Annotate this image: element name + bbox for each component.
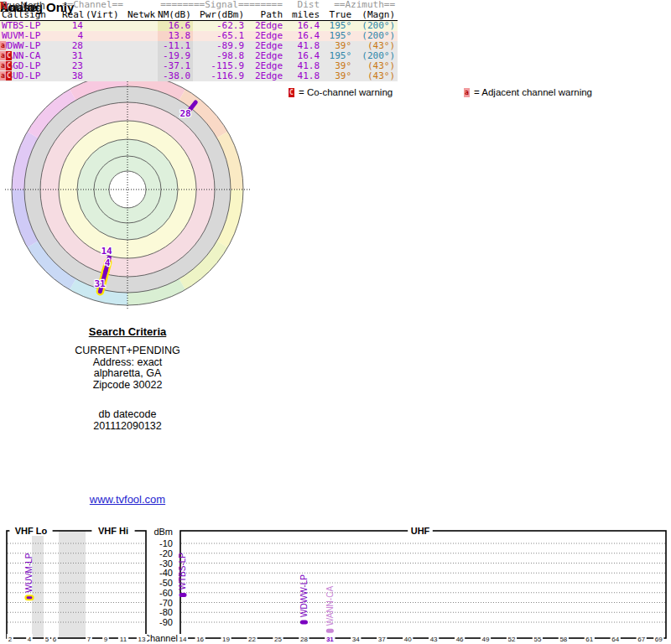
co-channel-warning-icon: C	[6, 71, 12, 80]
channel-tick-label: 37	[378, 636, 386, 643]
col-real: Real	[62, 10, 86, 21]
radar-channel-label-31: 31	[94, 278, 106, 289]
channel-tick-label: 34	[352, 636, 360, 643]
warning-icons-WANN-CA: aC	[0, 51, 12, 60]
channel-tick-label: 5	[45, 636, 49, 643]
search-city-state: alpharetta, GA	[0, 368, 255, 380]
channel-tick-label: 25	[274, 636, 282, 643]
dbm-tick-label: -20	[159, 548, 173, 558]
station-WTBS-LP: WTBS-LP	[179, 553, 188, 597]
channel-tick-label: 7	[87, 636, 91, 643]
dbm-tick-label: -60	[159, 588, 173, 598]
dbm-tick-label: -10	[159, 538, 173, 548]
cell-pwr: -116.9	[193, 71, 247, 81]
channel-tick-label: 28	[300, 636, 308, 643]
cell-netwk	[121, 51, 158, 61]
signal-spectrum-chart: VHF LoVHF HiUHFdBm-10-20-30-40-50-60-70-…	[0, 518, 671, 644]
table-column-header-row: Callsign Real (Virt) Netwk NM(dB) Pwr(dB…	[0, 10, 398, 21]
channel-tick-label: 61	[585, 636, 593, 643]
station-signal-marker	[179, 593, 187, 597]
radar-channel-label-4: 4	[105, 257, 111, 268]
cell-virt	[86, 21, 121, 32]
search-criteria-heading: Search Criteria	[0, 325, 255, 338]
channel-tick-label: 40	[404, 636, 412, 643]
dbm-tick-label: -40	[159, 568, 173, 578]
channel-tick-label: 69	[655, 636, 663, 643]
channel-tick-label: 52	[508, 636, 516, 643]
adjacent-channel-warning-icon: a	[0, 41, 6, 50]
spectrum-gray-band	[59, 531, 86, 638]
legend-adjacent-channel-text: = Adjacent channel warning	[474, 87, 592, 97]
channel-tick-label: 46	[456, 636, 464, 643]
channel-tick-label: 43	[430, 636, 438, 643]
station-WDWW-LP: WDWW-LP	[299, 574, 309, 625]
warning-icons-WBUD-LP: aC	[0, 71, 12, 80]
station-callsign-label: WUVM-LP	[25, 553, 34, 593]
station-signal-marker	[26, 595, 34, 600]
cell-nm: -38.0	[158, 71, 193, 81]
azimuth-radar-chart: 2814431	[0, 65, 255, 310]
cell-netwk	[121, 21, 158, 32]
cell-miles: 41.8	[285, 71, 322, 81]
station-callsign-label: WDWW-LP	[299, 574, 309, 617]
adjacent-channel-warning-icon: a	[0, 61, 6, 70]
search-zipcode: Zipcode 30022	[0, 380, 255, 392]
cell-netwk	[121, 61, 158, 71]
channel-tick-label: 67	[637, 636, 645, 643]
station-WUVM-LP: WUVM-LP	[25, 553, 34, 600]
cell-virt	[86, 41, 121, 51]
legend-co-channel-text: = Co-channel warning	[299, 87, 393, 97]
dbm-axis-label: dBm	[153, 527, 173, 537]
dbm-tick-label: -90	[159, 617, 173, 627]
warning-icons-WDWW-LP: a	[0, 41, 6, 50]
tvfool-link[interactable]: www.tvfool.com	[0, 493, 255, 506]
col-path: Path	[247, 10, 285, 21]
channel-tick-label: 64	[611, 636, 619, 643]
dbm-tick-label: -30	[159, 558, 173, 569]
channel-tick-label: 49	[482, 636, 490, 643]
co-channel-warning-icon: C	[6, 51, 12, 60]
col-pwr: Pwr(dBm)	[193, 10, 247, 21]
cell-netwk	[121, 31, 158, 41]
channel-tick-label: 14	[179, 636, 187, 643]
station-table: ==Channel== ========Signal======== Dist …	[0, 0, 398, 81]
channel-tick-label: 31	[326, 636, 334, 643]
radar-channel-label-14: 14	[101, 246, 112, 257]
col-virt: (Virt)	[86, 10, 121, 21]
cell-path: 2Edge	[247, 71, 285, 81]
cell-virt	[86, 71, 121, 81]
channel-tick-label: 11	[120, 636, 127, 643]
co-channel-warning-icon: C	[6, 61, 12, 70]
warning-icons-WGGD-LP: aC	[0, 61, 12, 70]
channel-axis-label: Channel	[143, 633, 178, 643]
search-mode: CURRENT+PENDING	[0, 345, 255, 357]
channel-tick-label: 58	[559, 636, 567, 643]
db-datecode-label: db datecode	[0, 409, 255, 421]
band-label: VHF Hi	[98, 526, 128, 536]
station-callsign-label: WANN-CA	[325, 586, 335, 626]
radar-channel-label-28: 28	[179, 108, 190, 119]
station-signal-marker	[326, 629, 334, 633]
col-miles: miles	[285, 10, 322, 21]
band-label: VHF Lo	[15, 526, 48, 536]
band-label: UHF	[411, 526, 430, 536]
station-table-wrap: aaCaCaC ==Channel== ========Signal======…	[0, 0, 398, 81]
adjacent-channel-warning-icon: a	[0, 71, 6, 80]
channel-tick-label: 6	[53, 636, 57, 643]
channel-tick-label: 16	[196, 636, 204, 643]
co-channel-warning-icon: C	[289, 88, 294, 97]
cell-virt	[86, 61, 121, 71]
cell-true_az: 39°	[322, 71, 354, 81]
cell-virt	[86, 31, 121, 41]
cell-magn: (43°)	[354, 71, 398, 81]
channel-tick-label: 22	[248, 636, 256, 643]
col-netwk: Netwk	[121, 10, 158, 21]
col-magn: (Magn)	[354, 10, 398, 21]
cell-real: 38	[62, 71, 86, 81]
dbm-tick-label: -50	[159, 578, 173, 588]
cell-netwk	[121, 71, 158, 81]
station-WANN-CA: WANN-CA	[325, 586, 335, 633]
station-row-WBUD-LP: WBUD-LP38-38.0-116.92Edge41.839°(43°)	[0, 71, 398, 81]
tvfool-report: house Analog Only TrueNorth N 2814431 aa…	[0, 0, 671, 644]
search-address-type: Address: exact	[0, 357, 255, 369]
